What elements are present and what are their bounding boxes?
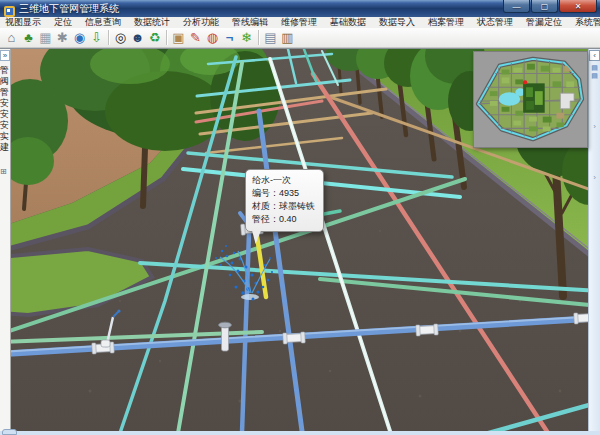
import-icon[interactable]: ⇩	[88, 29, 105, 46]
toolbar-separator	[108, 30, 109, 45]
gear-icon[interactable]: ✱	[54, 29, 71, 46]
chevron-right-icon[interactable]: ›	[593, 122, 596, 131]
expand-node-icon[interactable]: ⊞	[0, 167, 10, 176]
close-button[interactable]: ✕	[559, 0, 597, 13]
pipe-info-tooltip: 给水-一次 编号：4935 材质：球墨铸铁 管径：0.40	[245, 169, 324, 232]
tree-icon[interactable]: ♣	[20, 29, 37, 46]
maximize-button[interactable]: ▢	[531, 0, 558, 13]
lifebuoy-icon[interactable]: ◍	[204, 29, 221, 46]
minimize-button[interactable]: —	[503, 0, 530, 13]
window-title: 三维地下管网管理系统	[19, 2, 119, 16]
layer-item[interactable]: 安	[0, 98, 11, 109]
toolbar-separator	[258, 30, 259, 45]
panel-mini-icon: ▤	[591, 64, 598, 72]
faucet-icon[interactable]: ¬	[221, 29, 238, 46]
menu-bar: 视图显示 定位 信息查询 数据统计 分析功能 管线编辑 维修管理 基础数据 数据…	[0, 17, 600, 28]
horizontal-scrollbar-handle[interactable]	[2, 429, 17, 435]
viewport-3d[interactable]: » 管 阀 管 安 安 安 实 建 ⊞ ‹ ▤ ▤ › ›	[0, 48, 600, 435]
tooltip-pipe-material: 材质：球墨铸铁	[252, 200, 318, 213]
package-icon[interactable]: ▣	[170, 29, 187, 46]
home-icon[interactable]: ⌂	[3, 29, 20, 46]
doc-icon[interactable]: ▤	[262, 29, 279, 46]
layer-item[interactable]: 安	[0, 109, 11, 120]
app-icon	[4, 3, 15, 14]
minimap-position-marker	[523, 80, 527, 84]
right-panel-collapsed[interactable]: ‹ ▤ ▤ › ›	[588, 49, 600, 435]
layer-item[interactable]: 实	[0, 131, 11, 142]
tooltip-pipe-id: 编号：4935	[252, 187, 318, 200]
panel-mini-icon: ▤	[591, 72, 598, 80]
tooltip-pipe-diameter: 管径：0.40	[252, 213, 318, 226]
chevron-right-icon[interactable]: ›	[593, 173, 596, 182]
layer-item[interactable]: 安	[0, 120, 11, 131]
toolbar: ⌂ ♣ ▦ ✱ ◉ ⇩ ◎ ☻ ♻ ▣ ✎ ◍ ¬ ❄ ▤ ▥	[0, 28, 600, 48]
refresh-icon[interactable]: ♻	[146, 29, 163, 46]
left-panel-collapsed[interactable]: » 管 阀 管 安 安 安 实 建 ⊞	[0, 49, 11, 435]
book-icon[interactable]: ▥	[279, 29, 296, 46]
edit-icon[interactable]: ✎	[187, 29, 204, 46]
layer-item[interactable]: 建	[0, 142, 11, 153]
title-bar[interactable]: 三维地下管网管理系统 — ▢ ✕	[0, 0, 600, 17]
toolbar-separator	[166, 30, 167, 45]
map-icon[interactable]: ▦	[37, 29, 54, 46]
globe-icon[interactable]: ◉	[71, 29, 88, 46]
layer-item[interactable]: 阀	[0, 76, 11, 87]
minimap[interactable]	[473, 51, 588, 148]
layer-item[interactable]: 管	[0, 65, 11, 76]
horizontal-scrollbar[interactable]	[0, 431, 600, 435]
tooltip-pipe-type: 给水-一次	[252, 174, 318, 187]
expand-left-panel-button[interactable]: »	[0, 50, 10, 61]
expand-right-panel-button[interactable]: ‹	[589, 50, 600, 61]
user-icon[interactable]: ☻	[129, 29, 146, 46]
record-icon[interactable]: ◎	[112, 29, 129, 46]
layer-item[interactable]: 管	[0, 87, 11, 98]
app-window: 三维地下管网管理系统 — ▢ ✕ 视图显示 定位 信息查询 数据统计 分析功能 …	[0, 0, 600, 435]
snowflake-icon[interactable]: ❄	[238, 29, 255, 46]
